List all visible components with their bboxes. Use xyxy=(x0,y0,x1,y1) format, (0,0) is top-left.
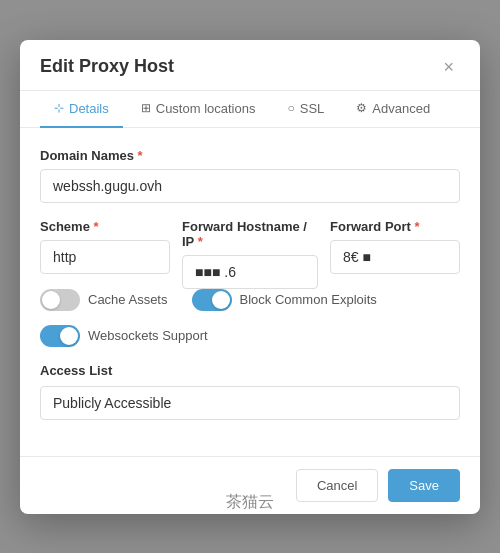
websockets-slider xyxy=(40,325,80,347)
tabs-bar: ⊹ Details ⊞ Custom locations ○ SSL ⚙ Adv… xyxy=(20,91,480,128)
tab-ssl-label: SSL xyxy=(300,101,325,116)
block-exploits-toggle-item: Block Common Exploits xyxy=(192,289,377,311)
domain-names-label: Domain Names * xyxy=(40,148,460,163)
scheme-label: Scheme * xyxy=(40,219,170,234)
modal-footer: Cancel Save xyxy=(20,456,480,514)
forward-hostname-group: Forward Hostname / IP * xyxy=(182,219,318,289)
block-exploits-slider xyxy=(192,289,232,311)
domain-names-group: Domain Names * xyxy=(40,148,460,203)
scheme-input[interactable] xyxy=(40,240,170,274)
tab-custom-locations-label: Custom locations xyxy=(156,101,256,116)
websockets-label: Websockets Support xyxy=(88,328,208,343)
close-button[interactable]: × xyxy=(437,56,460,78)
access-list-input[interactable] xyxy=(40,386,460,420)
ssl-icon: ○ xyxy=(287,101,294,115)
cache-assets-label: Cache Assets xyxy=(88,292,168,307)
modal-title: Edit Proxy Host xyxy=(40,56,174,77)
connection-row: Scheme * Forward Hostname / IP * Forward… xyxy=(40,219,460,289)
modal-dialog: Edit Proxy Host × ⊹ Details ⊞ Custom loc… xyxy=(20,40,480,514)
tab-custom-locations[interactable]: ⊞ Custom locations xyxy=(127,91,270,128)
tab-advanced-label: Advanced xyxy=(372,101,430,116)
cache-assets-toggle-item: Cache Assets xyxy=(40,289,168,311)
details-icon: ⊹ xyxy=(54,101,64,115)
tab-details[interactable]: ⊹ Details xyxy=(40,91,123,128)
tab-advanced[interactable]: ⚙ Advanced xyxy=(342,91,444,128)
block-exploits-label: Block Common Exploits xyxy=(240,292,377,307)
access-list-group: Access List xyxy=(40,363,460,420)
cache-assets-switch[interactable] xyxy=(40,289,80,311)
access-list-label: Access List xyxy=(40,363,460,378)
websockets-switch[interactable] xyxy=(40,325,80,347)
custom-locations-icon: ⊞ xyxy=(141,101,151,115)
forward-port-group: Forward Port * xyxy=(330,219,460,289)
modal-body: Domain Names * Scheme * Forward Hostname xyxy=(20,128,480,456)
cache-assets-slider xyxy=(40,289,80,311)
scheme-group: Scheme * xyxy=(40,219,170,289)
tab-details-label: Details xyxy=(69,101,109,116)
cancel-button[interactable]: Cancel xyxy=(296,469,378,502)
block-exploits-switch[interactable] xyxy=(192,289,232,311)
forward-port-label: Forward Port * xyxy=(330,219,460,234)
tab-ssl[interactable]: ○ SSL xyxy=(273,91,338,128)
modal-overlay: Edit Proxy Host × ⊹ Details ⊞ Custom loc… xyxy=(0,0,500,553)
advanced-icon: ⚙ xyxy=(356,101,367,115)
forward-port-input[interactable] xyxy=(330,240,460,274)
forward-hostname-input[interactable] xyxy=(182,255,318,289)
save-button[interactable]: Save xyxy=(388,469,460,502)
toggles-row: Cache Assets Block Common Exploits xyxy=(40,289,460,311)
domain-names-input[interactable] xyxy=(40,169,460,203)
modal-header: Edit Proxy Host × xyxy=(20,40,480,91)
forward-hostname-label: Forward Hostname / IP * xyxy=(182,219,318,249)
websockets-toggle-item: Websockets Support xyxy=(40,325,460,347)
